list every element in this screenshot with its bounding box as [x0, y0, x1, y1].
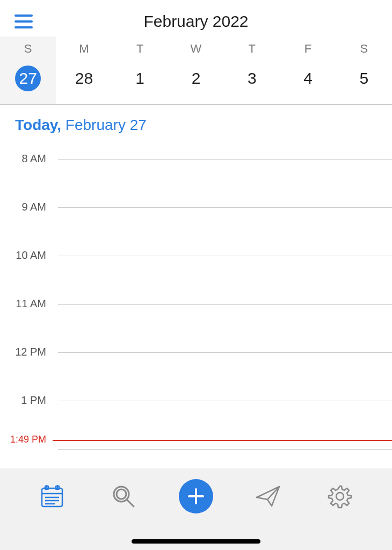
tab-settings[interactable] [324, 480, 356, 512]
gear-icon [326, 483, 353, 510]
hour-line [58, 304, 392, 305]
time-slot: 1 PM [0, 401, 392, 401]
tab-calendar[interactable] [36, 480, 68, 512]
time-label: 9 AM [0, 201, 53, 213]
day-header: T [112, 37, 168, 60]
hour-line [58, 401, 392, 401]
time-label: 10 AM [0, 249, 53, 262]
tab-search[interactable] [107, 480, 140, 512]
day-number: 3 [239, 66, 265, 91]
hour-line [58, 352, 392, 353]
plus-icon [187, 487, 205, 505]
today-label: Today, February 27 [0, 105, 392, 140]
time-slot: 8 AM [0, 159, 392, 160]
hour-line [58, 256, 392, 256]
today-prefix: Today, [15, 117, 61, 133]
svg-point-13 [117, 489, 126, 499]
month-title: February 2022 [13, 12, 379, 31]
hour-line [58, 159, 392, 160]
hour-line [58, 449, 392, 450]
tab-send[interactable] [252, 480, 285, 512]
day-number: 1 [127, 66, 153, 91]
svg-line-14 [127, 500, 134, 506]
home-indicator [132, 539, 260, 544]
time-slot: 12 PM [0, 352, 392, 353]
time-label: 12 PM [0, 346, 53, 358]
day-column[interactable]: S27 [0, 37, 56, 104]
day-header: F [280, 37, 336, 60]
paper-plane-icon [255, 482, 282, 510]
schedule-view[interactable]: 8 AM9 AM10 AM11 AM12 PM1 PM1:49 PM [0, 140, 392, 441]
week-row: S27M28T1W2T3F4S5 [0, 37, 392, 104]
svg-line-17 [267, 487, 279, 500]
day-column[interactable]: W2 [168, 37, 224, 104]
time-label: 8 AM [0, 153, 53, 165]
today-date: February 27 [66, 117, 147, 133]
time-label: 11 AM [0, 298, 53, 310]
day-header: S [336, 37, 392, 60]
day-header: S [0, 37, 56, 60]
day-column[interactable]: T1 [112, 37, 168, 104]
day-number: 27 [15, 66, 41, 91]
search-icon [110, 483, 137, 510]
day-header: M [56, 37, 112, 60]
day-number: 5 [351, 66, 377, 91]
svg-point-18 [336, 493, 344, 500]
day-column[interactable]: T3 [224, 37, 280, 104]
day-header: T [224, 37, 280, 60]
time-slot: 9 AM [0, 207, 392, 208]
hour-line [58, 207, 392, 208]
bottom-bar [0, 468, 392, 550]
current-time-label: 1:49 PM [0, 434, 53, 445]
day-column[interactable]: F4 [280, 37, 336, 104]
time-slot: 10 AM [0, 256, 392, 256]
time-label: 1 PM [0, 394, 53, 407]
current-time-line [53, 440, 392, 441]
calendar-icon [39, 483, 66, 510]
day-column[interactable]: M28 [56, 37, 112, 104]
add-button[interactable] [179, 479, 213, 513]
day-number: 28 [71, 66, 97, 91]
day-column[interactable]: S5 [336, 37, 392, 104]
day-number: 2 [183, 66, 209, 91]
day-header: W [168, 37, 224, 60]
time-slot: 11 AM [0, 304, 392, 305]
day-number: 4 [295, 66, 321, 91]
